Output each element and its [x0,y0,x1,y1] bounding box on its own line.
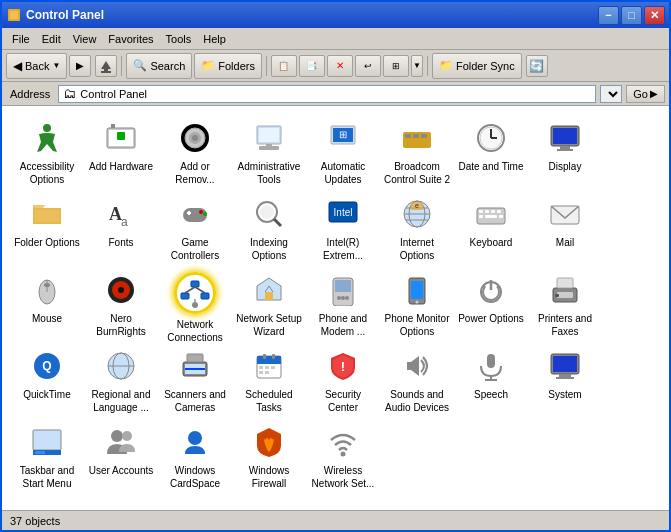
menu-file[interactable]: File [6,31,36,47]
icon-graphic-system [547,348,583,384]
icon-label-power-options: Power Options [458,312,524,325]
icon-item-scheduled[interactable]: Scheduled Tasks [232,342,306,418]
icon-item-admin-tools[interactable]: Administrative Tools [232,114,306,190]
icon-label-accessibility: Accessibility Options [20,160,74,186]
status-text: 37 objects [10,515,60,527]
icon-label-windows-firewall: Windows Firewall [249,464,290,490]
icon-item-speech[interactable]: Speech [454,342,528,418]
address-field[interactable]: 🗂 Control Panel [58,85,596,103]
icon-item-mail[interactable]: Mail [528,190,602,266]
icon-item-security-center[interactable]: !Security Center [306,342,380,418]
icon-item-folder-options[interactable]: Folder Options [10,190,84,266]
icon-item-user-accounts[interactable]: User Accounts [84,418,158,494]
menu-view[interactable]: View [67,31,103,47]
icon-item-internet-options[interactable]: eInternet Options [380,190,454,266]
menu-help[interactable]: Help [197,31,232,47]
forward-button[interactable]: ▶ [69,55,91,77]
svg-rect-29 [553,128,577,144]
icon-item-windows-cardspace[interactable]: Windows CardSpace [158,418,232,494]
icon-item-scanners[interactable]: Scanners and Cameras [158,342,232,418]
icon-item-nero[interactable]: Nero BurnRights [84,266,158,342]
folder-sync-label: Folder Sync [456,60,515,72]
up-button[interactable] [95,55,117,77]
icon-item-intel[interactable]: IntelIntel(R) Extrem... [306,190,380,266]
icon-item-quicktime[interactable]: QQuickTime [10,342,84,418]
icon-item-display[interactable]: Display [528,114,602,190]
delete-button[interactable]: ✕ [327,55,353,77]
icon-graphic-accessibility [29,120,65,156]
icon-item-network-setup[interactable]: Network Setup Wizard [232,266,306,342]
back-button[interactable]: ◀ Back ▼ [6,53,67,79]
nav-extras: 📋 📑 ✕ ↩ ⊞ ▼ [271,55,423,77]
move-to-button[interactable]: 📋 [271,55,297,77]
views-dropdown[interactable]: ▼ [411,55,423,77]
icon-graphic-speech [473,348,509,384]
icon-item-auto-updates[interactable]: ⊞Automatic Updates [306,114,380,190]
icon-item-date-time[interactable]: Date and Time [454,114,528,190]
icon-item-mouse[interactable]: Mouse [10,266,84,342]
maximize-button[interactable]: □ [621,6,642,25]
content-area: Accessibility OptionsAdd HardwareAdd or … [2,106,669,510]
folder-sync-icon: 📁 [439,59,453,72]
icon-graphic-scanners [177,348,213,384]
go-button[interactable]: Go ▶ [626,85,665,103]
icon-label-scheduled: Scheduled Tasks [245,388,292,414]
icon-item-system[interactable]: System [528,342,602,418]
toolbar: ◀ Back ▼ ▶ 🔍 Search 📁 Folders 📋 📑 ✕ ↩ [2,50,669,82]
icon-item-windows-firewall[interactable]: Windows Firewall [232,418,306,494]
icon-graphic-windows-cardspace [177,424,213,460]
icon-item-add-remove[interactable]: Add or Remov... [158,114,232,190]
icon-item-phone-monitor[interactable]: Phone Monitor Options [380,266,454,342]
icon-label-internet-options: Internet Options [400,236,434,262]
address-label: Address [6,88,54,100]
svg-point-4 [43,124,51,132]
back-label: Back [25,60,49,72]
icon-item-taskbar[interactable]: Taskbar and Start Menu [10,418,84,494]
icon-item-game-controllers[interactable]: Game Controllers [158,190,232,266]
icon-item-wireless[interactable]: Wireless Network Set... [306,418,380,494]
views-button[interactable]: ⊞ [383,55,409,77]
icon-label-user-accounts: User Accounts [89,464,153,477]
icon-label-admin-tools: Administrative Tools [238,160,301,186]
folders-button[interactable]: 📁 Folders [194,53,262,79]
icon-item-power-options[interactable]: Power Options [454,266,528,342]
icon-item-indexing[interactable]: Indexing Options [232,190,306,266]
icon-item-printers-faxes[interactable]: Printers and Faxes [528,266,602,342]
search-button[interactable]: 🔍 Search [126,53,192,79]
icon-graphic-add-remove [177,120,213,156]
folder-sync-button[interactable]: 📁 Folder Sync [432,53,522,79]
icon-graphic-scheduled [251,348,287,384]
icon-item-accessibility[interactable]: Accessibility Options [10,114,84,190]
icon-graphic-add-hardware [103,120,139,156]
icon-label-mouse: Mouse [32,312,62,325]
undo-button[interactable]: ↩ [355,55,381,77]
icon-item-regional[interactable]: Regional and Language ... [84,342,158,418]
icon-item-add-hardware[interactable]: Add Hardware [84,114,158,190]
icon-graphic-wireless [325,424,361,460]
close-button[interactable]: ✕ [644,6,665,25]
icon-item-broadcom[interactable]: Broadcom Control Suite 2 [380,114,454,190]
minimize-button[interactable]: − [598,6,619,25]
svg-rect-30 [560,146,570,149]
menu-favorites[interactable]: Favorites [102,31,159,47]
icon-label-wireless: Wireless Network Set... [312,464,375,490]
icon-item-fonts[interactable]: AaFonts [84,190,158,266]
icon-item-sounds[interactable]: Sounds and Audio Devices [380,342,454,418]
menu-tools[interactable]: Tools [160,31,198,47]
svg-text:Intel: Intel [334,207,353,218]
icon-item-phone-modem[interactable]: Phone and Modem ... [306,266,380,342]
icon-graphic-user-accounts [103,424,139,460]
menu-edit[interactable]: Edit [36,31,67,47]
svg-rect-88 [557,292,573,298]
search-label: Search [150,60,185,72]
icon-item-keyboard[interactable]: Keyboard [454,190,528,266]
refresh-button[interactable]: 🔄 [526,55,548,77]
icon-graphic-indexing [251,196,287,232]
folders-label: Folders [218,60,255,72]
copy-to-button[interactable]: 📑 [299,55,325,77]
icon-item-network-connections[interactable]: Network Connections [158,266,232,342]
address-dropdown[interactable] [600,85,622,103]
icon-graphic-printers-faxes [547,272,583,308]
go-label: Go [633,88,648,100]
icon-label-network-connections: Network Connections [167,318,223,344]
